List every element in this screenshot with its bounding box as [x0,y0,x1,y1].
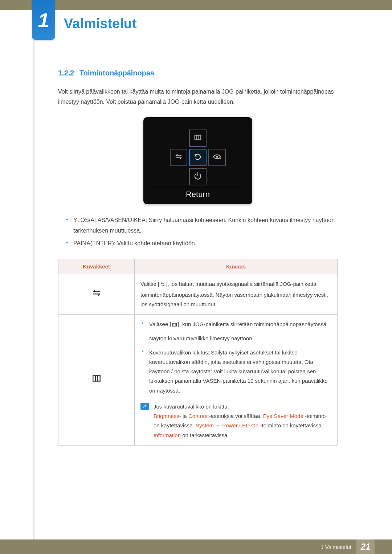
instruction-list: YLÖS/ALAS/VASEN/OIKEA: Siirry haluamaasi… [66,215,338,249]
power-icon [194,172,202,181]
hl-eye-saver: Eye Saver Mode [263,413,303,419]
table-header-icons: Kuvakkeet [58,259,135,274]
list-item: YLÖS/ALAS/VASEN/OIKEA: Siirry haluamaasi… [66,215,338,236]
osd-separator [153,187,243,187]
svg-rect-7 [93,376,100,381]
row2-b1-after: ], kun JOG-painiketta siirretään toimint… [178,321,328,327]
note-icon [140,403,149,410]
return-icon [194,153,202,162]
intro-paragraph: Voit siirtyä päävalikkoon tai käyttää mu… [58,87,338,107]
svg-rect-10 [172,323,176,326]
table-row: Valitsee [], kun JOG-painiketta siirretä… [58,315,338,446]
chapter-title: Valmistelut [64,16,137,32]
osd-center-cell [189,149,207,166]
row1-icon-cell [58,274,135,315]
row2-b1-before: Valitsee [ [149,321,171,327]
chapter-number-badge: 1 [32,0,55,40]
list-item: PAINA(ENTER): Valittu kohde otetaan käyt… [66,238,338,249]
row2-desc-cell: Valitsee [], kun JOG-painiketta siirretä… [135,315,338,446]
table-row: Valitse [], jos haluat muuttaa syöttösig… [58,274,338,315]
note-text: Jos kuvaruutuvalikko on lukittu, Brightn… [154,402,331,440]
footer-bar: 1 Valmistelut 21 [0,539,392,554]
list-item: Valitsee [], kun JOG-painiketta siirretä… [140,320,331,344]
svg-point-3 [216,156,218,157]
osd-left-cell [170,149,187,166]
table-header-desc: Kuvaus [135,259,338,274]
row1-text-after: ], jos haluat muuttaa syöttösignaalia si… [140,281,328,307]
hl-brightness: Brightness [154,413,179,419]
source-swap-icon [159,280,166,290]
note-block: Jos kuvaruutuvalikko on lukittu, Brightn… [140,401,331,440]
note-line1: Jos kuvaruutuvalikko on lukittu, [154,402,331,411]
menu-icon [171,321,178,330]
hl-power-led: Power LED On [222,422,258,428]
menu-icon [194,134,202,143]
menu-icon [91,378,102,384]
hl-system: System [196,422,214,428]
source-swap-icon [175,153,183,162]
osd-right-cell [208,149,226,166]
top-banner [0,0,392,10]
osd-return-label: Return [143,190,252,199]
section-title: Toimintonäppäinopas [79,69,154,77]
list-item: Kuvaruutuvalikon lukitus: Säilytä nykyis… [140,348,331,395]
row1-desc-cell: Valitse [], jos haluat muuttaa syöttösig… [135,274,338,315]
source-swap-icon [91,292,102,299]
page-content: 1.2.2 Toimintonäppäinopas Voit siirtyä p… [58,69,338,446]
row1-text-before: Valitse [ [140,281,159,287]
section-heading: 1.2.2 Toimintonäppäinopas [58,69,338,77]
section-number: 1.2.2 [58,69,74,77]
hl-contrast: Contrast [188,413,209,419]
footer-chapter-label: 1 Valmistelut [320,544,351,550]
svg-rect-0 [195,135,201,140]
row2-icon-cell [58,315,135,446]
page-number-badge: 21 [356,539,375,554]
page-number: 21 [361,542,371,552]
icon-description-table: Kuvakkeet Kuvaus Valitse [], jos haluat … [58,259,338,446]
side-line [33,0,34,554]
eye-plus-icon [213,153,221,162]
osd-down-cell [189,168,207,185]
osd-button-grid [170,130,226,185]
row2-bullet-list: Valitsee [], kun JOG-painiketta siirretä… [140,320,331,395]
row2-b1-line2: Näytön kuvaruutuvalikko ilmestyy näyttöö… [149,335,254,341]
osd-up-cell [189,130,207,147]
note-line2: Brightness- ja Contrast-asetuksia voi sä… [154,411,331,440]
chapter-number: 1 [38,8,49,32]
hl-information: Information [154,432,181,438]
osd-panel: Return [143,117,252,204]
